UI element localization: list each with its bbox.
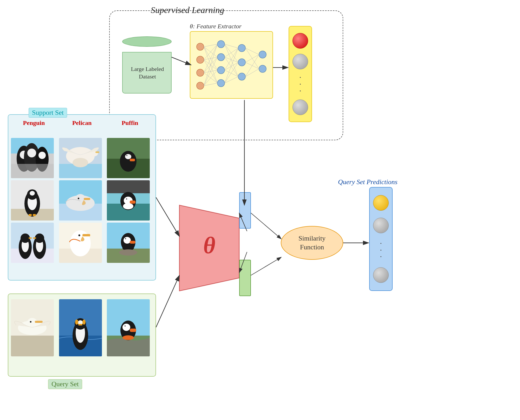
- svg-point-9: [238, 59, 245, 66]
- svg-line-32: [225, 48, 238, 57]
- svg-rect-101: [29, 237, 32, 239]
- svg-point-100: [35, 234, 44, 243]
- predictions-label: Query Set Predictions: [338, 178, 398, 186]
- svg-point-83: [78, 198, 79, 199]
- classifier-dots: ···: [299, 74, 301, 94]
- svg-rect-82: [84, 198, 90, 200]
- puffin-label: Puffin: [107, 119, 153, 126]
- svg-point-61: [73, 158, 88, 167]
- cylinder-top: [122, 36, 172, 47]
- svg-rect-76: [29, 214, 32, 216]
- svg-line-37: [225, 70, 238, 77]
- svg-point-132: [75, 319, 78, 325]
- prediction-circle-gray-1: [373, 218, 389, 233]
- svg-point-92: [123, 203, 133, 209]
- svg-rect-60: [95, 151, 99, 153]
- support-pelican-2: [59, 180, 102, 221]
- svg-point-91: [126, 198, 127, 199]
- neural-network-svg: [192, 34, 273, 96]
- support-puffin-3: [107, 223, 150, 263]
- query-pelican: [11, 299, 54, 356]
- similarity-function: SimilarityFunction: [281, 226, 343, 260]
- prediction-dots: ···: [380, 240, 382, 260]
- feature-extractor-label: θ: Feature Extractor: [190, 23, 242, 30]
- svg-line-43: [245, 55, 259, 62]
- svg-point-10: [238, 73, 245, 80]
- support-set-container: Penguin Pelican Puffin: [8, 114, 156, 281]
- svg-point-125: [30, 321, 31, 323]
- support-penguin-3: [11, 223, 54, 263]
- query-set-container: [8, 294, 156, 377]
- classifier-circle-gray-2: [292, 99, 308, 115]
- svg-point-69: [126, 155, 127, 156]
- feature-vector-blue: [239, 192, 251, 229]
- query-penguin: [59, 299, 102, 356]
- svg-point-75: [30, 191, 35, 196]
- svg-point-108: [78, 235, 80, 236]
- svg-point-142: [122, 335, 134, 340]
- svg-point-66: [125, 154, 131, 159]
- svg-rect-134: [78, 324, 82, 325]
- support-set-label: Support Set: [29, 108, 67, 118]
- svg-point-6: [217, 66, 225, 74]
- svg-line-29: [225, 44, 238, 48]
- svg-point-138: [122, 324, 130, 331]
- svg-rect-89: [130, 201, 135, 204]
- support-pelican-3: [59, 223, 102, 263]
- support-penguin-1: [11, 138, 54, 178]
- svg-point-7: [217, 79, 225, 87]
- svg-line-154: [251, 257, 281, 275]
- svg-rect-94: [11, 249, 54, 263]
- svg-point-2: [197, 69, 204, 76]
- svg-rect-113: [130, 241, 135, 244]
- species-labels-row: Penguin Pelican Puffin: [11, 119, 153, 128]
- svg-point-54: [38, 152, 46, 159]
- svg-rect-77: [33, 214, 36, 216]
- support-puffin-2: [107, 180, 150, 221]
- query-puffin: [107, 299, 150, 356]
- svg-rect-67: [130, 159, 135, 161]
- svg-line-153: [251, 213, 281, 239]
- svg-rect-124: [35, 321, 43, 323]
- svg-point-141: [125, 325, 126, 326]
- svg-point-133: [82, 319, 86, 325]
- similarity-label: SimilarityFunction: [298, 234, 326, 252]
- svg-line-31: [225, 44, 238, 77]
- prediction-circle-yellow: [373, 195, 389, 211]
- svg-line-46: [245, 69, 259, 77]
- svg-point-12: [259, 65, 266, 72]
- svg-text:θ: θ: [203, 232, 216, 258]
- svg-point-0: [197, 43, 204, 50]
- svg-point-11: [259, 51, 266, 58]
- svg-rect-55: [11, 164, 54, 178]
- svg-point-5: [217, 54, 225, 61]
- predictions-box: ···: [369, 187, 393, 291]
- svg-rect-107: [82, 234, 90, 236]
- penguin-label: Penguin: [11, 119, 57, 126]
- svg-point-8: [238, 44, 245, 52]
- svg-point-112: [124, 237, 131, 244]
- classifier-output: ···: [289, 26, 312, 122]
- support-penguin-2: [11, 180, 54, 221]
- dataset-cylinder: Large Labeled Dataset: [122, 36, 172, 88]
- svg-point-119: [119, 249, 137, 256]
- main-diagram: Supervised Learning Large Labeled Datase…: [0, 0, 520, 420]
- cylinder-body: Large Labeled Dataset: [122, 52, 172, 94]
- feature-vector-green: [239, 260, 251, 296]
- prediction-circle-gray-2: [373, 267, 389, 283]
- svg-point-115: [125, 238, 126, 239]
- dataset-label: Large Labeled Dataset: [124, 65, 171, 80]
- classifier-circle-gray-1: [292, 54, 308, 69]
- svg-point-4: [217, 41, 225, 48]
- query-image-grid: [11, 299, 153, 356]
- svg-line-36: [225, 62, 238, 70]
- support-pelican-1: [59, 138, 102, 178]
- svg-point-97: [21, 234, 30, 243]
- svg-rect-86: [107, 180, 150, 193]
- supervised-learning-label: Supervised Learning: [151, 5, 224, 15]
- support-image-grid: [11, 138, 153, 263]
- svg-point-1: [197, 56, 204, 63]
- query-set-label: Query Set: [48, 379, 82, 389]
- svg-rect-121: [11, 336, 54, 356]
- svg-point-52: [27, 149, 36, 157]
